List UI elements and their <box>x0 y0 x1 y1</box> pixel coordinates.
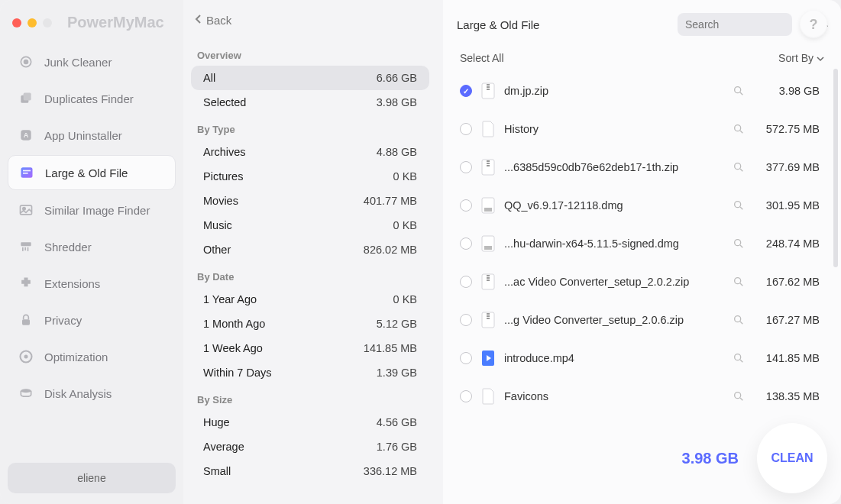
filter-panel: Back Overview All 6.66 GB Selected 3.98 … <box>183 0 443 504</box>
clean-button[interactable]: CLEAN <box>757 423 827 493</box>
reveal-in-finder-icon[interactable] <box>733 123 745 135</box>
file-checkbox[interactable] <box>460 85 472 97</box>
reveal-in-finder-icon[interactable] <box>733 352 745 364</box>
scrollbar[interactable] <box>833 69 838 267</box>
file-checkbox[interactable] <box>460 123 472 135</box>
file-size: 141.85 MB <box>754 352 820 364</box>
filter-1week[interactable]: 1 Week Ago141.85 MB <box>191 336 429 360</box>
back-label: Back <box>206 14 231 27</box>
reveal-in-finder-icon[interactable] <box>733 276 745 288</box>
filter-movies[interactable]: Movies401.77 MB <box>191 189 429 213</box>
filter-music[interactable]: Music0 KB <box>191 213 429 237</box>
svg-point-10 <box>23 208 25 210</box>
filter-7days[interactable]: Within 7 Days1.39 GB <box>191 360 429 385</box>
back-button[interactable]: Back <box>191 11 429 40</box>
sidebar-item-similar-image-finder[interactable]: Similar Image Finder <box>8 193 176 227</box>
file-size: 138.35 MB <box>754 390 820 402</box>
filter-pictures[interactable]: Pictures0 KB <box>191 164 429 189</box>
sidebar-item-large-old-file[interactable]: Large & Old File <box>8 155 176 190</box>
file-row[interactable]: introduce.mp4 141.85 MB <box>457 339 823 377</box>
scan-icon <box>18 54 34 69</box>
sidebar-item-duplicates-finder[interactable]: Duplicates Finder <box>8 82 176 115</box>
user-name: eliene <box>77 472 105 484</box>
zip-file-icon <box>481 273 495 290</box>
sidebar-item-privacy[interactable]: Privacy <box>8 303 176 337</box>
filter-1month[interactable]: 1 Month Ago5.12 GB <box>191 312 429 336</box>
file-row[interactable]: ...hu-darwin-x64-5.11.5-signed.dmg 248.7… <box>457 225 823 263</box>
reveal-in-finder-icon[interactable] <box>733 199 745 212</box>
file-row[interactable]: Favicons 138.35 MB <box>457 377 823 415</box>
maximize-window-button[interactable] <box>43 18 52 27</box>
file-row[interactable]: ...6385d59c0db76e62deb17-1th.zip 377.69 … <box>457 148 823 186</box>
file-checkbox[interactable] <box>460 352 472 364</box>
filter-all[interactable]: All 6.66 GB <box>191 66 429 90</box>
filter-small[interactable]: Small336.12 MB <box>191 459 429 483</box>
page-title: Large & Old File <box>457 18 539 31</box>
file-file-icon <box>481 388 495 405</box>
svg-rect-14 <box>27 247 29 251</box>
mp4-file-icon <box>481 350 495 367</box>
help-button[interactable]: ? <box>800 11 827 38</box>
file-name: ...g Video Converter_setup_2.0.6.zip <box>504 314 723 326</box>
file-row[interactable]: History 572.75 MB <box>457 110 823 148</box>
lock-icon <box>18 312 34 328</box>
file-checkbox[interactable] <box>460 390 472 402</box>
sidebar-item-optimization[interactable]: Optimization <box>8 340 176 373</box>
sidebar-item-label: Junk Cleaner <box>44 56 112 69</box>
sidebar-item-junk-cleaner[interactable]: Junk Cleaner <box>8 45 176 79</box>
chevron-left-icon <box>194 14 202 27</box>
filter-other[interactable]: Other826.02 MB <box>191 237 429 262</box>
file-size: 377.69 MB <box>754 161 820 173</box>
sidebar-item-disk-analysis[interactable]: Disk Analysis <box>8 376 176 410</box>
file-row[interactable]: QQ_v6.9.17-12118.dmg 301.95 MB <box>457 186 823 225</box>
svg-rect-15 <box>22 319 30 325</box>
list-controls: Select All Sort By <box>457 52 827 72</box>
file-checkbox[interactable] <box>460 314 472 326</box>
filter-archives[interactable]: Archives4.88 GB <box>191 140 429 164</box>
app-name: PowerMyMac <box>67 14 164 31</box>
close-window-button[interactable] <box>12 18 21 27</box>
file-name: History <box>504 123 723 135</box>
file-checkbox[interactable] <box>460 237 472 250</box>
file-checkbox[interactable] <box>460 276 472 288</box>
reveal-in-finder-icon[interactable] <box>733 161 745 173</box>
image-icon <box>18 202 34 218</box>
svg-text:A: A <box>24 131 29 139</box>
filter-huge[interactable]: Huge4.56 GB <box>191 410 429 435</box>
svg-rect-8 <box>23 173 28 174</box>
clean-button-label: CLEAN <box>771 451 813 465</box>
sidebar: PowerMyMac Junk Cleaner Duplicates Finde… <box>0 0 183 504</box>
optimization-icon <box>18 349 34 364</box>
file-checkbox[interactable] <box>460 161 472 173</box>
reveal-in-finder-icon[interactable] <box>733 237 745 250</box>
svg-rect-7 <box>23 170 31 172</box>
filter-average[interactable]: Average1.76 GB <box>191 435 429 459</box>
sidebar-item-label: Similar Image Finder <box>44 204 150 217</box>
minimize-window-button[interactable] <box>27 18 37 27</box>
reveal-in-finder-icon[interactable] <box>733 85 745 97</box>
zip-file-icon <box>481 82 495 99</box>
sidebar-item-extensions[interactable]: Extensions <box>8 267 176 300</box>
file-row[interactable]: dm.jp.zip 3.98 GB <box>457 72 823 110</box>
user-badge[interactable]: eliene <box>8 463 176 493</box>
filter-selected[interactable]: Selected 3.98 GB <box>191 90 429 115</box>
duplicates-icon <box>18 91 34 106</box>
search-box[interactable] <box>678 13 792 36</box>
file-row[interactable]: ...ac Video Converter_setup_2.0.2.zip 16… <box>457 263 823 301</box>
file-row[interactable]: ...g Video Converter_setup_2.0.6.zip 167… <box>457 301 823 339</box>
dmg-file-icon <box>481 197 495 214</box>
reveal-in-finder-icon[interactable] <box>733 314 745 326</box>
search-input[interactable] <box>685 18 819 31</box>
file-name: QQ_v6.9.17-12118.dmg <box>504 199 723 212</box>
sidebar-item-shredder[interactable]: Shredder <box>8 230 176 263</box>
file-size: 248.74 MB <box>754 237 820 250</box>
file-name: dm.jp.zip <box>504 85 723 97</box>
file-name: introduce.mp4 <box>504 352 723 364</box>
file-name: ...ac Video Converter_setup_2.0.2.zip <box>504 276 723 288</box>
select-all-button[interactable]: Select All <box>460 52 504 64</box>
sort-by-button[interactable]: Sort By <box>778 52 824 64</box>
filter-1year[interactable]: 1 Year Ago0 KB <box>191 287 429 312</box>
file-checkbox[interactable] <box>460 199 472 212</box>
reveal-in-finder-icon[interactable] <box>733 390 745 402</box>
sidebar-item-app-uninstaller[interactable]: A App Uninstaller <box>8 118 176 152</box>
